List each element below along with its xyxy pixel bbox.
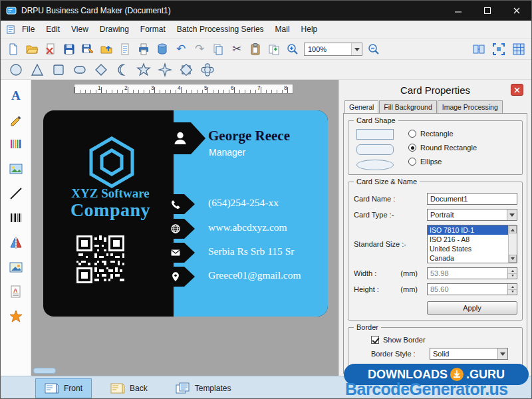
flip-tool-button[interactable]: [9, 235, 23, 250]
chevron-down-icon[interactable]: [497, 348, 507, 359]
database-button[interactable]: [155, 42, 170, 57]
shape-diamond-button[interactable]: [94, 63, 108, 77]
horizontal-scrollbar-thumb[interactable]: [33, 368, 56, 374]
paste-button[interactable]: [248, 42, 263, 57]
show-border-checkbox[interactable]: [371, 336, 379, 344]
show-border-row[interactable]: Show Border: [371, 336, 519, 344]
tab-front[interactable]: Front: [35, 378, 92, 398]
color-barcode-tool-button[interactable]: [9, 137, 23, 152]
card-person-name[interactable]: George Reece: [208, 128, 290, 144]
image-tool-button[interactable]: [9, 162, 23, 176]
shape-crescent-button[interactable]: [115, 63, 130, 77]
shape-square-button[interactable]: [51, 63, 66, 77]
cut-button[interactable]: ✂: [229, 42, 244, 57]
height-spinner[interactable]: [507, 284, 517, 295]
panel-close-button[interactable]: [511, 84, 523, 96]
card-email[interactable]: Greece01@gmail.com: [208, 269, 301, 281]
zoom-level-select[interactable]: 100%: [304, 43, 362, 56]
shape-triangle-button[interactable]: [30, 63, 45, 77]
spinner-down-icon[interactable]: [508, 290, 517, 295]
tab-general[interactable]: General: [344, 100, 378, 114]
shape-preview-round-rectangle[interactable]: [356, 144, 394, 155]
card-person-title[interactable]: Manager: [209, 147, 245, 158]
new-document-button[interactable]: [6, 42, 21, 57]
listbox-scrollbar[interactable]: [508, 225, 517, 263]
tab-fill-background[interactable]: Fill Background: [379, 100, 436, 114]
menu-item-edit[interactable]: Edit: [41, 22, 65, 37]
print-button[interactable]: [136, 42, 151, 57]
border-style-select[interactable]: Solid: [430, 348, 508, 360]
close-button[interactable]: [502, 1, 531, 21]
favorites-tool-button[interactable]: [9, 309, 23, 324]
picture-tool-button[interactable]: [9, 260, 23, 275]
card-logo-hexagon[interactable]: [84, 134, 139, 190]
radio-rectangle[interactable]: Rectangle: [408, 130, 477, 138]
menu-item-view[interactable]: View: [66, 22, 94, 37]
shape-flower-button[interactable]: [200, 63, 215, 77]
card-qr-code[interactable]: [76, 235, 124, 283]
radio-ellipse[interactable]: Ellipse: [408, 158, 477, 166]
menu-item-drawing[interactable]: Drawing: [94, 22, 134, 37]
grid-view-button[interactable]: [511, 42, 526, 57]
tab-templates[interactable]: Templates: [166, 378, 241, 398]
shape-ellipse-button[interactable]: [9, 63, 23, 77]
scroll-down-icon[interactable]: [509, 255, 517, 263]
report-button[interactable]: [118, 42, 132, 57]
line-tool-button[interactable]: [9, 186, 23, 201]
barcode-tool-button[interactable]: [9, 211, 23, 225]
shape-preview-ellipse[interactable]: [356, 160, 394, 170]
open-file-button[interactable]: [25, 42, 39, 57]
design-canvas[interactable]: 1 2 3 4 5 6 7 8 XYZ Software Compa: [31, 80, 338, 376]
zoom-dropdown-arrow-icon[interactable]: [351, 43, 362, 55]
redo-button[interactable]: ↷: [192, 42, 207, 57]
undo-button[interactable]: ↶: [174, 42, 188, 57]
size-option-united-states[interactable]: United States: [428, 244, 508, 253]
height-input[interactable]: 85.60: [427, 283, 517, 295]
width-input[interactable]: 53.98: [427, 267, 517, 279]
save-as-button[interactable]: [80, 42, 95, 57]
card-company-name[interactable]: XYZ Software Company: [49, 186, 172, 220]
scroll-up-icon[interactable]: [509, 225, 517, 233]
shape-rounded-rect-button[interactable]: [72, 63, 87, 77]
size-option-canada[interactable]: Canada: [428, 253, 508, 263]
spinner-up-icon[interactable]: [508, 284, 517, 290]
card-address[interactable]: Serbia Rs Srb 115 Sr: [208, 245, 294, 257]
standard-size-listbox[interactable]: ISO 7810 ID-1 ISO 216 - A8 United States…: [427, 225, 517, 263]
apply-button[interactable]: Apply: [427, 301, 517, 315]
text-tool-button[interactable]: A: [9, 88, 23, 102]
spinner-up-icon[interactable]: [508, 268, 517, 274]
card-website[interactable]: www.abcdxyz.com: [208, 221, 287, 233]
template-tool-button[interactable]: A: [9, 285, 23, 299]
duplicate-button[interactable]: [267, 42, 281, 57]
maximize-button[interactable]: [473, 1, 502, 21]
size-option-iso216[interactable]: ISO 216 - A8: [428, 235, 508, 244]
card-type-select[interactable]: Portrait: [427, 209, 517, 221]
menu-item-help[interactable]: Help: [296, 22, 323, 37]
spinner-down-icon[interactable]: [508, 274, 517, 279]
actual-size-button[interactable]: [471, 42, 486, 57]
tab-back[interactable]: Back: [101, 378, 157, 398]
menu-item-mail[interactable]: Mail: [270, 22, 295, 37]
shape-preview-rectangle[interactable]: [356, 129, 394, 140]
copy-button[interactable]: [211, 42, 225, 57]
shape-star-button[interactable]: [136, 63, 151, 77]
card-name-input[interactable]: Document1: [427, 193, 517, 205]
menu-item-format[interactable]: Format: [135, 22, 171, 37]
shape-seal-button[interactable]: [179, 63, 194, 77]
card-phone[interactable]: (654)254-254-xx: [208, 197, 279, 209]
chevron-down-icon[interactable]: [507, 209, 517, 220]
menu-item-file[interactable]: File: [17, 22, 40, 37]
width-spinner[interactable]: [507, 268, 517, 279]
zoom-in-button[interactable]: [285, 42, 300, 57]
export-button[interactable]: [99, 42, 114, 57]
pen-tool-button[interactable]: [9, 112, 23, 127]
shape-sparkle-button[interactable]: [158, 63, 172, 77]
save-button[interactable]: [62, 42, 76, 57]
close-document-button[interactable]: [43, 42, 58, 57]
tab-image-processing[interactable]: Image Processing: [438, 100, 503, 114]
zoom-out-button[interactable]: [366, 42, 381, 57]
menu-item-batch-processing-series[interactable]: Batch Processing Series: [172, 22, 269, 37]
radio-round-rectangle[interactable]: Round Rectangle: [408, 144, 477, 152]
business-card-preview[interactable]: XYZ Software Company: [43, 110, 328, 317]
minimize-button[interactable]: [444, 1, 473, 21]
